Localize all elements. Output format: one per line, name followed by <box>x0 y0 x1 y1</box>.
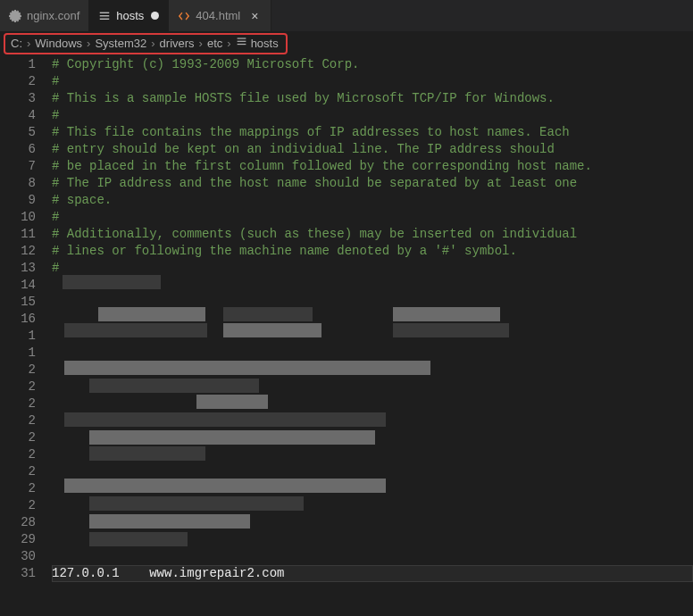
line-number: 2 <box>0 497 36 514</box>
gear-icon <box>9 10 21 22</box>
code-line[interactable]: # The IP address and the host name shoul… <box>52 175 693 192</box>
code-line[interactable]: # entry should be kept on an individual … <box>52 141 693 158</box>
line-number: 13 <box>0 260 36 277</box>
line-number: 30 <box>0 548 36 565</box>
code-icon <box>178 10 190 22</box>
line-number: 9 <box>0 192 36 209</box>
tab-nginx-conf[interactable]: nginx.conf <box>0 0 89 31</box>
breadcrumb-etc[interactable]: etc <box>207 37 222 50</box>
line-number: 2 <box>0 429 36 446</box>
tab-label: nginx.conf <box>27 9 79 22</box>
line-number: 12 <box>0 243 36 260</box>
line-number: 2 <box>0 446 36 463</box>
line-number: 1 <box>0 328 36 345</box>
breadcrumb-windows[interactable]: Windows <box>35 37 82 50</box>
code-line[interactable]: # Copyright (c) 1993-2009 Microsoft Corp… <box>52 56 693 73</box>
chevron-right-icon: › <box>25 37 32 50</box>
tab-hosts[interactable]: hosts <box>89 0 169 31</box>
code-line[interactable]: # This file contains the mappings of IP … <box>52 124 693 141</box>
code-line[interactable] <box>52 395 693 412</box>
dirty-indicator-icon <box>151 12 159 20</box>
line-number: 7 <box>0 158 36 175</box>
line-number: 29 <box>0 531 36 548</box>
line-number: 16 <box>0 311 36 328</box>
line-number: 2 <box>0 362 36 379</box>
line-number: 5 <box>0 124 36 141</box>
chevron-right-icon: › <box>225 37 232 50</box>
chevron-right-icon: › <box>85 37 92 50</box>
line-number: 2 <box>0 412 36 429</box>
line-number: 11 <box>0 226 36 243</box>
breadcrumb-hosts[interactable]: hosts <box>236 36 279 50</box>
line-number: 1 <box>0 345 36 362</box>
code-line[interactable]: # <box>52 209 693 226</box>
code-line[interactable]: # lines or following the machine name de… <box>52 243 693 260</box>
breadcrumb-drivers[interactable]: drivers <box>160 37 195 50</box>
breadcrumb-c[interactable]: C: <box>11 37 22 50</box>
close-icon[interactable]: × <box>247 9 262 23</box>
code-line[interactable]: 127.0.0.1 www.imgrepair2.com <box>52 565 693 582</box>
chevron-right-icon: › <box>149 37 156 50</box>
code-line[interactable]: # <box>52 73 693 90</box>
svg-rect-4 <box>237 41 246 42</box>
tab-404-html[interactable]: 404.html × <box>169 0 271 31</box>
line-number: 2 <box>0 480 36 497</box>
tab-label: hosts <box>116 9 144 22</box>
svg-rect-1 <box>100 15 110 16</box>
line-number: 8 <box>0 175 36 192</box>
lines-icon <box>98 10 111 22</box>
line-number: 2 <box>0 463 36 480</box>
code-line[interactable] <box>52 548 693 565</box>
breadcrumb-system32[interactable]: System32 <box>95 37 146 50</box>
line-number: 15 <box>0 294 36 311</box>
line-number: 31 <box>0 565 36 582</box>
tab-label: 404.html <box>196 9 240 22</box>
breadcrumb-highlight: C: › Windows › System32 › drivers › etc … <box>4 33 288 54</box>
breadcrumb: C: › Windows › System32 › drivers › etc … <box>11 36 279 50</box>
line-number: 1 <box>0 56 36 73</box>
code-line[interactable]: # <box>52 107 693 124</box>
svg-rect-5 <box>237 44 246 45</box>
line-number-gutter: 1234567891011121314151611222222222282930… <box>0 56 52 582</box>
line-number: 2 <box>0 73 36 90</box>
code-line[interactable]: # Additionally, comments (such as these)… <box>52 226 693 243</box>
svg-rect-0 <box>100 12 110 12</box>
code-line[interactable]: # space. <box>52 192 693 209</box>
line-number: 2 <box>0 395 36 412</box>
line-number: 4 <box>0 107 36 124</box>
tab-bar: nginx.conf hosts 404.html × <box>0 0 693 31</box>
line-number: 14 <box>0 277 36 294</box>
line-number: 28 <box>0 514 36 531</box>
line-number: 2 <box>0 379 36 395</box>
code-line[interactable]: # be placed in the first column followed… <box>52 158 693 175</box>
code-line[interactable] <box>52 345 693 362</box>
line-number: 3 <box>0 90 36 107</box>
line-number: 10 <box>0 209 36 226</box>
svg-rect-3 <box>237 37 246 38</box>
code-line[interactable]: # This is a sample HOSTS file used by Mi… <box>52 90 693 107</box>
line-number: 6 <box>0 141 36 158</box>
chevron-right-icon: › <box>197 37 205 50</box>
svg-rect-2 <box>100 18 110 19</box>
lines-icon <box>236 36 247 50</box>
